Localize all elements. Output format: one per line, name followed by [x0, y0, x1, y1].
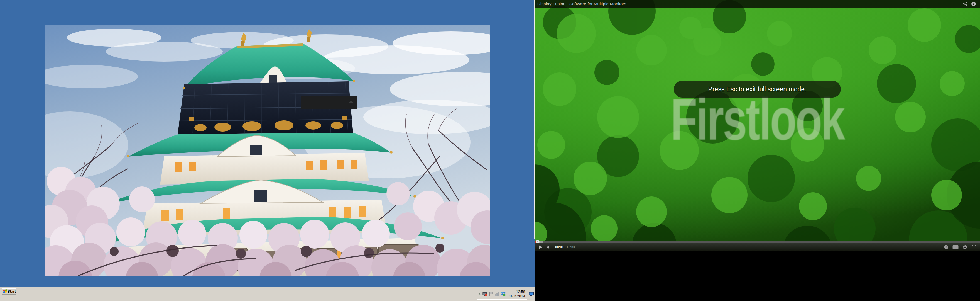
dropbox-icon[interactable] — [501, 291, 506, 296]
video-title: Display Fusion - Software for Multiple M… — [535, 2, 627, 6]
clock-time: 12:58 — [509, 290, 525, 294]
tray-expand-chevron-icon[interactable]: « — [478, 293, 482, 295]
watch-later-clock-icon[interactable] — [944, 245, 948, 250]
displayfusion-taskbar-button[interactable] — [528, 288, 534, 300]
time-duration: 13:33 — [566, 245, 575, 249]
video-watermark: Firstlook — [671, 90, 844, 149]
share-icon[interactable] — [963, 2, 967, 6]
system-tray: « — [477, 288, 527, 299]
displayfusion-tray-icon[interactable] — [482, 291, 487, 296]
start-button-label: Start — [8, 289, 16, 293]
play-button[interactable] — [539, 245, 542, 249]
taskbar-separator — [528, 288, 528, 300]
settings-gear-icon[interactable] — [963, 245, 967, 250]
redaction-marker-icon: ◄▶ — [348, 100, 353, 104]
fullscreen-icon[interactable] — [971, 245, 977, 250]
clock-date: 16.2.2014 — [509, 294, 525, 298]
right-monitor: Firstlook Display Fusion - Software for … — [535, 0, 980, 251]
toast-message: Press Esc to exit full screen mode. — [708, 86, 807, 93]
left-monitor: ◄▶ Start « — [0, 0, 535, 301]
taskbar: Start « — [0, 287, 535, 301]
desktop-wallpaper: ◄▶ — [45, 25, 490, 276]
start-button[interactable]: Start — [2, 288, 16, 294]
windows-logo-icon — [3, 289, 7, 293]
captions-icon[interactable] — [953, 245, 959, 249]
info-icon[interactable] — [971, 2, 976, 6]
monitor-icon — [529, 292, 534, 296]
action-center-flag-icon[interactable] — [488, 291, 493, 296]
player-controls: 00:01 / 13:33 — [535, 243, 980, 251]
player-titlebar: Display Fusion - Software for Multiple M… — [535, 0, 980, 8]
time-display: 00:01 / 13:33 — [555, 245, 575, 249]
window-edge-strip — [534, 0, 535, 239]
network-signal-icon[interactable] — [495, 291, 500, 296]
volume-icon[interactable] — [547, 245, 552, 249]
fullscreen-toast: Press Esc to exit full screen mode. — [674, 81, 841, 98]
osaka-castle-wallpaper — [45, 25, 490, 276]
redaction-box: ◄▶ — [301, 96, 357, 109]
time-current: 00:01 — [555, 245, 564, 249]
seek-bar[interactable] — [535, 240, 980, 243]
time-separator: / — [564, 245, 566, 249]
tray-clock[interactable]: 12:58 16.2.2014 — [509, 290, 525, 298]
